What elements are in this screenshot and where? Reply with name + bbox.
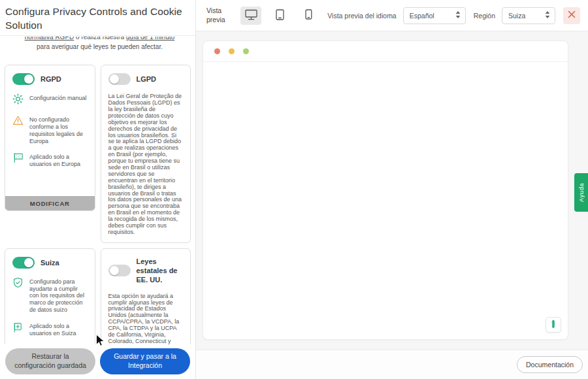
suiza-toggle[interactable] <box>12 257 35 269</box>
save-continue-button[interactable]: Guardar y pasar a la Integración <box>100 348 190 374</box>
privacy-fingerprint-button[interactable] <box>546 317 561 333</box>
region-select-label: Región <box>474 12 495 20</box>
regulation-cards: RGPD Configuración manual <box>0 52 195 344</box>
suiza-feature-configured: Configurado para ayudarte a cumplir con … <box>12 277 88 314</box>
preview-toolbar: Vista previa <box>196 0 588 31</box>
lgpd-label: LGPD <box>137 74 157 84</box>
updown-arrows-icon <box>455 11 461 20</box>
intro-mid-text: o realiza nuestra <box>74 37 126 41</box>
gear-icon <box>12 93 24 107</box>
card-us-state-laws: Leyes estatales de EE. UU. Esta opción t… <box>101 248 191 344</box>
desktop-icon <box>245 9 257 22</box>
browser-chrome-bar <box>203 41 568 62</box>
fingerprint-icon <box>549 320 557 331</box>
tablet-icon <box>276 9 284 22</box>
intro-clipped-line: normativa RGPD o realiza nuestra guía de… <box>16 37 184 42</box>
eu-flag-icon <box>12 152 24 168</box>
preview-panel: Vista previa <box>196 0 588 379</box>
intro-visible-line: para averiguar qué leyes te pueden afect… <box>16 42 184 52</box>
browser-dot-yellow <box>229 48 235 54</box>
suiza-feature-region: Aplicado solo a usuarios en Suiza <box>12 321 88 337</box>
settings-header: Configura Privacy Controls and Cookie So… <box>0 0 195 36</box>
language-select-label: Vista previa del idioma <box>327 12 396 20</box>
warning-triangle-icon <box>12 115 24 144</box>
settings-scroll-area: normativa RGPD o realiza nuestra guía de… <box>0 36 195 344</box>
app-window: Configura Privacy Controls and Cookie So… <box>0 0 588 379</box>
mobile-preview-button[interactable] <box>298 7 319 25</box>
lgpd-description: La Lei Geral de Proteção de Dados Pessoa… <box>108 93 184 236</box>
lgpd-toggle[interactable] <box>108 73 131 85</box>
card-suiza: Suiza Configurado para ayudarte a cumpli… <box>5 248 95 344</box>
us-state-laws-description: Esta opción te ayudará a cumplir algunas… <box>108 293 184 344</box>
desktop-preview-button[interactable] <box>240 7 261 25</box>
shield-check-icon <box>12 277 24 314</box>
restore-config-button[interactable]: Restaurar la configuración guardada <box>5 348 95 374</box>
region-select[interactable]: Suiza <box>502 7 555 24</box>
mobile-icon <box>305 9 312 22</box>
close-preview-button[interactable] <box>563 7 580 24</box>
us-state-laws-label: Leyes estatales de EE. UU. <box>137 257 184 285</box>
settings-panel: Configura Privacy Controls and Cookie So… <box>0 0 196 379</box>
preview-footer: Documentación <box>196 350 588 379</box>
one-minute-guide-link[interactable]: guía de 1 minuto <box>126 37 175 41</box>
preview-area <box>196 31 588 350</box>
settings-footer: Restaurar la configuración guardada Guar… <box>0 344 195 379</box>
gdpr-guide-link[interactable]: normativa RGPD <box>25 37 74 41</box>
browser-dot-red <box>214 48 220 54</box>
card-lgpd: LGPD La Lei Geral de Proteção de Dados P… <box>101 65 191 243</box>
rgpd-modify-button[interactable]: MODIFICAR <box>5 196 95 210</box>
help-tab[interactable]: Ayuda <box>574 173 588 212</box>
swiss-flag-plus-icon <box>12 321 24 337</box>
intro-text: normativa RGPD o realiza nuestra guía de… <box>0 36 195 52</box>
preview-label: Vista previa <box>206 7 231 24</box>
rgpd-feature-manual: Configuración manual <box>12 93 88 107</box>
updown-arrows-icon <box>545 11 550 20</box>
suiza-label: Suiza <box>41 258 59 267</box>
browser-preview-frame <box>203 41 568 340</box>
language-select[interactable]: Español <box>403 7 466 24</box>
rgpd-feature-region: Aplicado solo a usuarios en Europa <box>12 152 88 168</box>
rgpd-feature-warning: No configurado conforme a los requisitos… <box>12 115 88 144</box>
rgpd-label: RGPD <box>41 74 61 84</box>
browser-dot-green <box>243 48 249 54</box>
card-rgpd: RGPD Configuración manual <box>5 65 95 211</box>
device-switcher <box>240 7 319 25</box>
us-state-laws-toggle[interactable] <box>108 265 131 276</box>
documentation-button[interactable]: Documentación <box>517 356 583 373</box>
rgpd-toggle[interactable] <box>12 73 35 85</box>
page-title: Configura Privacy Controls and Cookie So… <box>5 5 189 32</box>
tablet-preview-button[interactable] <box>269 7 290 25</box>
close-icon <box>568 10 576 20</box>
